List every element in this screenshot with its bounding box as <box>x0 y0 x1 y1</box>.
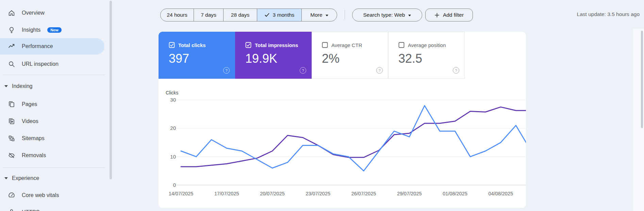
svg-text:26/07/2025: 26/07/2025 <box>351 191 376 196</box>
more-label: More <box>310 12 322 18</box>
page-scrollbar-thumb[interactable] <box>641 31 643 128</box>
sidebar-item-https[interactable]: HTTPS <box>0 204 104 211</box>
lightbulb-icon <box>7 26 16 34</box>
toolbar-divider <box>345 10 345 19</box>
range-24-hours[interactable]: 24 hours <box>161 9 194 21</box>
speedometer-icon <box>7 191 16 199</box>
sidebar-item-pages[interactable]: Pages <box>0 96 104 112</box>
metric-value: 2% <box>312 48 388 66</box>
help-icon[interactable]: ? <box>223 67 230 74</box>
new-badge: New <box>47 27 62 33</box>
sidebar-divider <box>3 167 105 168</box>
svg-text:30: 30 <box>170 97 176 103</box>
sidebar-item-label: Insights <box>22 27 40 33</box>
sidebar-item-label: Removals <box>22 152 46 159</box>
checkbox-unchecked-icon[interactable] <box>398 42 404 48</box>
metric-value: 397 <box>159 48 235 66</box>
sidebar-section-label: Experience <box>12 175 39 181</box>
svg-text:0: 0 <box>173 182 176 188</box>
sidebar-item-performance[interactable]: Performance <box>0 38 104 55</box>
metric-tile-average-ctr[interactable]: Average CTR 2% ? <box>312 32 388 79</box>
home-icon <box>7 9 16 17</box>
search-type-dropdown[interactable]: Search type: Web <box>352 9 422 21</box>
metric-value: 32.5 <box>388 48 465 66</box>
performance-trend-icon <box>7 42 16 50</box>
metric-label: Total clicks <box>178 42 206 48</box>
sidebar-item-core-web-vitals[interactable]: Core web vitals <box>0 187 104 204</box>
range-28-days[interactable]: 28 days <box>223 9 257 21</box>
lock-icon <box>7 208 16 211</box>
search-type-label: Search type: Web <box>363 12 405 18</box>
range-label: 28 days <box>231 12 249 18</box>
checkbox-checked-icon[interactable] <box>245 42 251 48</box>
sitemap-icon <box>7 134 16 142</box>
help-icon[interactable]: ? <box>300 67 306 74</box>
sidebar-item-url-inspection[interactable]: URL inspection <box>0 56 104 72</box>
sidebar-item-label: Sitemaps <box>22 135 45 141</box>
range-label: 7 days <box>201 12 216 18</box>
svg-text:04/08/2025: 04/08/2025 <box>488 191 513 196</box>
chevron-down-icon <box>326 15 328 16</box>
sidebar-item-removals[interactable]: Removals <box>0 147 104 164</box>
sidebar-item-label: URL inspection <box>22 61 59 67</box>
svg-text:17/07/2025: 17/07/2025 <box>214 191 239 196</box>
sidebar-section-experience[interactable]: Experience <box>0 170 104 186</box>
sidebar-item-label: HTTPS <box>22 209 39 211</box>
sidebar-item-label: Videos <box>22 118 38 124</box>
chevron-down-icon <box>408 15 411 16</box>
search-icon <box>7 60 16 68</box>
sidebar-item-label: Core web vitals <box>22 192 59 198</box>
video-icon <box>7 117 16 125</box>
sidebar-item-label: Performance <box>22 43 53 49</box>
svg-text:20/07/2025: 20/07/2025 <box>260 191 285 196</box>
svg-text:14/07/2025: 14/07/2025 <box>169 191 194 196</box>
search-console-performance-page: Overview Insights New Performance URL in… <box>0 0 644 211</box>
metric-value: 19.9K <box>235 48 312 66</box>
range-7-days[interactable]: 7 days <box>194 9 223 21</box>
range-label: 24 hours <box>167 12 187 18</box>
range-more-dropdown[interactable]: More <box>301 9 337 21</box>
svg-text:23/07/2025: 23/07/2025 <box>306 191 330 196</box>
checkbox-unchecked-icon[interactable] <box>322 42 328 48</box>
sidebar-item-sitemaps[interactable]: Sitemaps <box>0 130 104 147</box>
add-filter-label: Add filter <box>443 12 464 18</box>
help-icon[interactable]: ? <box>453 67 459 74</box>
checkbox-checked-icon[interactable] <box>169 42 175 48</box>
clicks-impressions-line-chart: 301.2K20800104000014/07/202517/07/202520… <box>159 79 526 208</box>
check-icon <box>264 12 270 18</box>
pages-icon <box>7 100 16 108</box>
chevron-down-icon <box>4 85 8 87</box>
sidebar-divider <box>3 75 105 75</box>
sidebar-section-label: Indexing <box>12 83 33 89</box>
help-icon[interactable]: ? <box>376 67 383 74</box>
svg-text:10: 10 <box>170 154 176 160</box>
metric-tile-total-clicks[interactable]: Total clicks 397 ? <box>159 32 235 79</box>
metric-tile-average-position[interactable]: Average position 32.5 ? <box>388 32 465 79</box>
chevron-down-icon <box>4 177 8 179</box>
performance-report-card: Total clicks 397 ? Total impressions 19.… <box>159 32 526 208</box>
svg-text:29/07/2025: 29/07/2025 <box>397 191 422 196</box>
sidebar-item-overview[interactable]: Overview <box>0 5 104 21</box>
svg-text:Clicks: Clicks <box>166 90 178 95</box>
sidebar-item-label: Overview <box>22 10 45 16</box>
eye-off-icon <box>7 151 16 160</box>
sidebar-scrollbar[interactable] <box>110 1 112 179</box>
last-update-text: Last update: 3.5 hours ago <box>577 11 640 17</box>
metric-label: Average CTR <box>331 42 362 48</box>
range-label: 3 months <box>273 12 295 18</box>
date-range-group: 24 hours 7 days 28 days 3 months More <box>160 9 337 21</box>
metric-label: Average position <box>408 42 446 48</box>
svg-text:01/08/2025: 01/08/2025 <box>443 191 467 196</box>
range-3-months[interactable]: 3 months <box>257 9 301 21</box>
metric-tile-total-impressions[interactable]: Total impressions 19.9K ? <box>235 32 312 79</box>
metric-label: Total impressions <box>255 42 298 48</box>
plus-icon <box>434 13 440 18</box>
sidebar-item-insights[interactable]: Insights New <box>0 22 104 38</box>
svg-text:20: 20 <box>170 125 176 131</box>
sidebar-item-videos[interactable]: Videos <box>0 113 104 130</box>
add-filter-button[interactable]: Add filter <box>425 9 473 21</box>
sidebar-section-indexing[interactable]: Indexing <box>0 78 104 94</box>
sidebar-item-label: Pages <box>22 101 37 107</box>
